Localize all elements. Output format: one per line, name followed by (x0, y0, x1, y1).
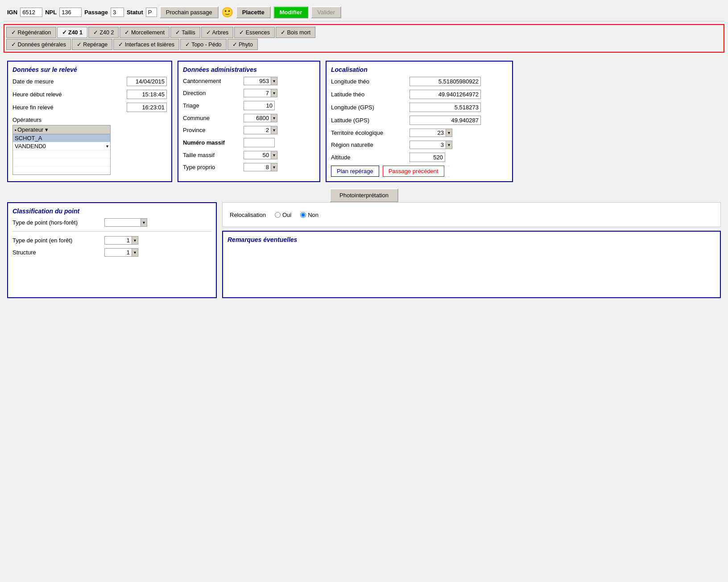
territoire-select[interactable]: ▾ (410, 129, 452, 137)
type-en-foret-dropdown-icon[interactable]: ▾ (132, 237, 138, 244)
tab-regeneration[interactable]: ✓ Régénération (6, 27, 56, 38)
province-row: Province ▾ (183, 126, 315, 134)
statut-input[interactable] (146, 8, 157, 17)
remarques-textarea[interactable] (228, 247, 716, 291)
cantonnement-select[interactable]: ▾ (244, 77, 277, 85)
tab-morcellement[interactable]: ✓ Morcellement (120, 27, 170, 38)
altitude-input[interactable] (410, 153, 445, 162)
operateurs-section: Opérateurs ▪ Operateur ▾ SCHOT_A VANDEND… (12, 116, 167, 175)
tab-reperage[interactable]: ✓ Repérage (72, 39, 112, 50)
prochain-passage-button[interactable]: Prochain passage (160, 6, 219, 18)
tab-bois-mort[interactable]: ✓ Bois mort (276, 27, 315, 38)
plan-reperage-button[interactable]: Plan repérage (331, 166, 379, 177)
tab-z402[interactable]: ✓ Z40 2 (88, 27, 119, 38)
relocalisation-non-text: Non (308, 212, 318, 218)
territoire-row: Territoire écologique ▾ (331, 129, 508, 137)
tab-arbres[interactable]: ✓ Arbres (201, 27, 234, 38)
region-value (410, 141, 446, 149)
latitude-gps-input[interactable] (410, 116, 481, 125)
date-row: Date de mesure (12, 77, 167, 86)
npl-input[interactable] (59, 8, 82, 17)
type-proprio-dropdown-icon[interactable]: ▾ (271, 163, 277, 171)
admin-title: Données administratives (183, 66, 315, 73)
longitude-theo-label: Longitude théo (331, 78, 407, 85)
latitude-theo-input[interactable] (410, 90, 481, 99)
panel-admin: Données administratives Cantonnement ▾ D… (178, 61, 320, 182)
remarques-title: Remarques éventuelles (228, 236, 716, 243)
relocalisation-section: Relocalisation Oui Non (222, 202, 721, 227)
cantonnement-dropdown-icon[interactable]: ▾ (271, 77, 277, 85)
type-hors-foret-row: Type de point (hors-forêt) ▾ (12, 218, 211, 227)
tab-interfaces[interactable]: ✓ Interfaces et lisières (113, 39, 179, 50)
direction-value (244, 89, 271, 97)
province-dropdown-icon[interactable]: ▾ (271, 126, 277, 134)
type-proprio-label: Type proprio (183, 164, 241, 170)
tab-essences[interactable]: ✓ Essences (234, 27, 275, 38)
type-hors-foret-dropdown-icon[interactable]: ▾ (141, 219, 147, 226)
latitude-theo-label: Latitude théo (331, 91, 407, 98)
tab-phyto[interactable]: ✓ Phyto (228, 39, 258, 50)
operator-2-dropdown[interactable]: ▾ (106, 144, 108, 149)
longitude-gps-input[interactable] (410, 103, 481, 112)
operateur-col-label: Operateur (17, 126, 44, 133)
passage-input[interactable] (111, 8, 124, 17)
taille-massif-value (244, 151, 271, 159)
tab-z401[interactable]: ✓ Z40 1 (57, 27, 87, 38)
dropdown-icon[interactable]: ▾ (45, 126, 48, 133)
structure-select[interactable]: ▾ (104, 248, 138, 257)
tab-donnees-generales[interactable]: ✓ Données générales (6, 39, 71, 50)
region-select[interactable]: ▾ (410, 141, 452, 149)
type-hors-foret-select[interactable]: ▾ (104, 218, 147, 227)
ign-input[interactable] (20, 8, 42, 17)
province-select[interactable]: ▾ (244, 126, 277, 134)
region-dropdown-icon[interactable]: ▾ (446, 141, 452, 149)
operator-row-1[interactable]: SCHOT_A (13, 134, 110, 142)
relocalisation-oui-label[interactable]: Oui (275, 212, 291, 218)
taille-massif-dropdown-icon[interactable]: ▾ (271, 151, 277, 159)
latitude-theo-row: Latitude théo (331, 90, 508, 99)
date-input[interactable] (127, 77, 167, 86)
taille-massif-select[interactable]: ▾ (244, 151, 277, 159)
numero-massif-input[interactable] (244, 138, 275, 147)
direction-select[interactable]: ▾ (244, 89, 277, 97)
structure-value (105, 249, 132, 256)
triage-input[interactable] (244, 101, 275, 110)
province-label: Province (183, 127, 241, 133)
longitude-theo-input[interactable] (410, 77, 481, 86)
cantonnement-label: Cantonnement (183, 78, 241, 84)
direction-dropdown-icon[interactable]: ▾ (271, 89, 277, 97)
tab-taillis[interactable]: ✓ Taillis (170, 27, 200, 38)
valider-button[interactable]: Valider (311, 6, 341, 18)
relocalisation-non-radio[interactable] (300, 212, 306, 218)
relocalisation-oui-radio[interactable] (275, 212, 281, 218)
placette-button[interactable]: Placette (236, 6, 271, 18)
tab-topo-pedo[interactable]: ✓ Topo - Pédo (180, 39, 227, 50)
longitude-gps-row: Longitude (GPS) (331, 103, 508, 112)
operateurs-header[interactable]: ▪ Operateur ▾ (13, 125, 110, 134)
taille-massif-row: Taille massif ▾ (183, 151, 315, 159)
npl-label: NPL (45, 9, 57, 16)
commune-dropdown-icon[interactable]: ▾ (271, 114, 277, 122)
commune-value (244, 114, 271, 122)
commune-select[interactable]: ▾ (244, 114, 277, 122)
passage-precedent-button[interactable]: Passage précédent (383, 166, 444, 177)
structure-dropdown-icon[interactable]: ▾ (132, 249, 138, 256)
region-label: Région naturelle (331, 141, 407, 148)
heure-fin-input[interactable] (127, 103, 167, 112)
photoint-section: Photointerprétation (4, 188, 724, 202)
relocalisation-label: Relocalisation (230, 212, 266, 218)
heure-debut-input[interactable] (127, 90, 167, 99)
numero-massif-row: Numéro massif (183, 138, 315, 147)
type-en-foret-select[interactable]: ▾ (104, 236, 138, 245)
modifier-button[interactable]: Modifier (273, 6, 309, 18)
type-proprio-select[interactable]: ▾ (244, 163, 277, 171)
relocalisation-non-label[interactable]: Non (300, 212, 318, 218)
bottom-section: Classification du point Type de point (h… (4, 202, 724, 302)
operator-row-2[interactable]: VANDEND0 ▾ (13, 142, 110, 150)
operator-2-name: VANDEND0 (15, 143, 46, 150)
panel-remarques: Remarques éventuelles (222, 231, 721, 298)
heure-fin-row: Heure fin relevé (12, 103, 167, 112)
photointerpretation-button[interactable]: Photointerprétation (330, 188, 398, 202)
territoire-dropdown-icon[interactable]: ▾ (446, 129, 452, 137)
tabs-row2: ✓ Données générales ✓ Repérage ✓ Interfa… (6, 39, 722, 50)
